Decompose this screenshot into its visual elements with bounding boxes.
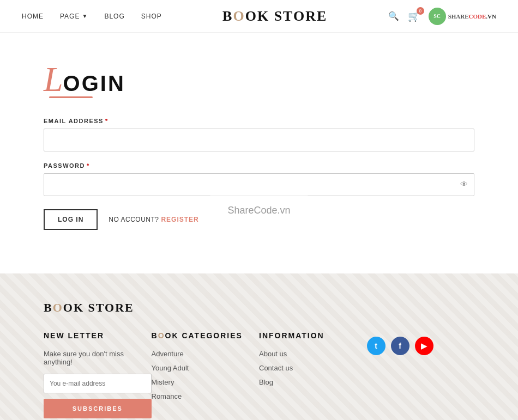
logo-special-char: O	[233, 8, 245, 24]
site-footer: BOOK STORE NEW LETTER Make sure you don'…	[0, 273, 518, 420]
info-about-us[interactable]: About us	[259, 350, 287, 358]
list-item: Blog	[259, 378, 367, 387]
footer-info-col: INFORMATION About us Contact us Blog	[259, 331, 367, 418]
newsletter-description: Make sure you don't miss anything!	[44, 350, 152, 366]
register-link[interactable]: REGISTER	[161, 216, 198, 223]
info-blog[interactable]: Blog	[259, 378, 273, 386]
category-young-adult[interactable]: Young Adult	[152, 364, 189, 372]
footer-newsletter-col: NEW LETTER Make sure you don't miss anyt…	[44, 331, 152, 418]
site-logo: BOOK STORE	[162, 8, 388, 25]
email-group: EMAIL ADDRESS*	[44, 118, 474, 151]
nav-shop[interactable]: SHOP	[141, 13, 162, 20]
facebook-icon[interactable]: f	[391, 337, 409, 355]
nav-blog[interactable]: BLOG	[104, 13, 124, 20]
information-list: About us Contact us Blog	[259, 350, 367, 387]
search-icon: 🔍	[388, 11, 399, 21]
sharecode-icon: SC	[429, 8, 446, 25]
categories-list: Adventure Young Adult Mistery Romance	[152, 350, 260, 401]
login-button[interactable]: LOG IN	[44, 209, 98, 230]
login-title: LOGIN	[44, 65, 125, 96]
newsletter-input[interactable]	[44, 374, 152, 393]
form-actions: LOG IN NO ACCOUNT? REGISTER	[44, 209, 474, 230]
title-underline	[49, 96, 93, 98]
password-input[interactable]	[44, 173, 474, 196]
cart-button[interactable]: 🛒 0	[408, 10, 420, 22]
no-account-text: NO ACCOUNT? REGISTER	[109, 216, 198, 223]
login-rest: OGIN	[63, 71, 125, 95]
toggle-password-icon[interactable]: 👁	[460, 180, 468, 189]
email-required: *	[105, 118, 109, 124]
list-item: Contact us	[259, 364, 367, 373]
nav-page[interactable]: PAGE ▼	[60, 13, 88, 20]
list-item: Mistery	[152, 378, 260, 387]
list-item: About us	[259, 350, 367, 358]
categories-title: BOOK CATEGORIES	[152, 331, 260, 340]
login-l-letter: L	[44, 60, 63, 99]
password-wrap: 👁	[44, 173, 474, 196]
main-nav: HOME PAGE ▼ BLOG SHOP	[22, 13, 162, 20]
email-label: EMAIL ADDRESS*	[44, 118, 474, 124]
cart-badge: 0	[417, 7, 424, 15]
social-icons: t f ▶	[367, 337, 475, 355]
password-required: *	[87, 162, 90, 169]
nav-home[interactable]: HOME	[22, 13, 44, 20]
youtube-icon[interactable]: ▶	[415, 337, 433, 355]
info-contact-us[interactable]: Contact us	[259, 364, 293, 372]
footer-categories-col: BOOK CATEGORIES Adventure Young Adult Mi…	[152, 331, 260, 418]
information-title: INFORMATION	[259, 331, 367, 340]
twitter-icon[interactable]: t	[367, 337, 386, 355]
footer-columns: NEW LETTER Make sure you don't miss anyt…	[44, 331, 474, 418]
category-mistery[interactable]: Mistery	[152, 378, 174, 386]
header-right: 🔍 🛒 0 SC SHARECODE.VN	[388, 8, 496, 25]
search-button[interactable]: 🔍	[388, 11, 399, 21]
category-adventure[interactable]: Adventure	[152, 350, 184, 358]
chevron-down-icon: ▼	[82, 13, 88, 19]
site-header: HOME PAGE ▼ BLOG SHOP BOOK STORE 🔍 🛒 0 S…	[0, 0, 518, 33]
main-content: LOGIN EMAIL ADDRESS* PASSWORD* 👁 LOG IN …	[0, 33, 518, 273]
footer-logo: BOOK STORE	[44, 301, 474, 315]
footer-social-col: t f ▶	[367, 331, 475, 418]
newsletter-title: NEW LETTER	[44, 331, 152, 340]
list-item: Adventure	[152, 350, 260, 358]
password-group: PASSWORD* 👁	[44, 162, 474, 196]
sharecode-logo: SC SHARECODE.VN	[429, 8, 496, 25]
list-item: Young Adult	[152, 364, 260, 373]
password-label: PASSWORD*	[44, 162, 474, 169]
list-item: Romance	[152, 392, 260, 401]
category-romance[interactable]: Romance	[152, 392, 182, 400]
subscribe-button[interactable]: SUBSCRIBES	[44, 399, 152, 418]
email-input[interactable]	[44, 129, 474, 151]
login-form: EMAIL ADDRESS* PASSWORD* 👁 LOG IN NO ACC…	[44, 118, 474, 230]
